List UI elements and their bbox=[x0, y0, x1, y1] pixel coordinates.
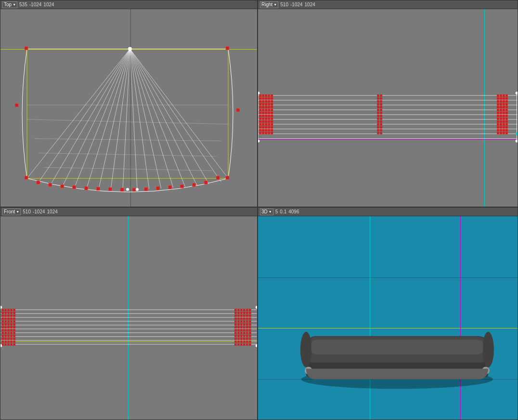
svg-rect-198 bbox=[380, 106, 382, 108]
svg-rect-307 bbox=[246, 312, 248, 314]
svg-rect-186 bbox=[500, 132, 502, 134]
svg-rect-301 bbox=[246, 309, 248, 311]
svg-rect-327 bbox=[234, 323, 237, 326]
svg-rect-347 bbox=[240, 332, 243, 334]
svg-rect-272 bbox=[13, 309, 15, 311]
svg-line-10 bbox=[111, 49, 130, 189]
view-dropdown-front[interactable]: Front bbox=[2, 209, 21, 215]
svg-rect-280 bbox=[13, 320, 15, 323]
svg-rect-332 bbox=[249, 323, 251, 326]
view-dropdown-3d[interactable]: 3D bbox=[260, 209, 273, 215]
viewport-top[interactable]: Top 535 -1024 1024 bbox=[0, 0, 258, 207]
svg-rect-235 bbox=[1, 312, 4, 314]
svg-rect-245 bbox=[4, 320, 7, 323]
svg-rect-125 bbox=[265, 129, 267, 131]
svg-rect-360 bbox=[243, 338, 246, 340]
svg-rect-331 bbox=[246, 323, 248, 326]
svg-rect-271 bbox=[10, 309, 13, 311]
svg-rect-195 bbox=[377, 103, 379, 105]
svg-rect-215 bbox=[377, 132, 379, 134]
view-label-front: Front bbox=[4, 209, 15, 214]
view-dropdown-right[interactable]: Right bbox=[260, 1, 278, 8]
svg-rect-233 bbox=[4, 309, 7, 311]
val2-3d: 0.1 bbox=[280, 209, 286, 214]
val2-top: -1024 bbox=[29, 2, 42, 7]
svg-rect-111 bbox=[268, 120, 270, 123]
svg-rect-362 bbox=[249, 338, 251, 340]
viewport-right[interactable]: Right 510 -1024 1024 bbox=[258, 0, 518, 207]
svg-rect-137 bbox=[497, 97, 499, 100]
svg-rect-86 bbox=[268, 106, 270, 108]
svg-rect-258 bbox=[7, 332, 10, 334]
svg-rect-193 bbox=[377, 100, 379, 103]
svg-rect-281 bbox=[10, 323, 13, 326]
wireframe-svg-top bbox=[0, 9, 257, 207]
svg-rect-145 bbox=[497, 103, 499, 105]
svg-rect-320 bbox=[249, 317, 251, 320]
svg-rect-357 bbox=[234, 338, 237, 340]
svg-rect-131 bbox=[268, 132, 270, 134]
svg-rect-208 bbox=[380, 120, 382, 123]
svg-rect-243 bbox=[7, 317, 10, 320]
svg-rect-31 bbox=[37, 181, 40, 184]
svg-rect-240 bbox=[7, 315, 10, 317]
svg-rect-96 bbox=[268, 112, 270, 114]
svg-rect-328 bbox=[237, 323, 240, 326]
svg-rect-98 bbox=[259, 115, 261, 117]
svg-rect-149 bbox=[497, 106, 499, 108]
svg-rect-162 bbox=[500, 115, 502, 117]
svg-rect-316 bbox=[237, 317, 240, 320]
svg-rect-85 bbox=[265, 106, 267, 108]
svg-rect-152 bbox=[505, 106, 508, 108]
svg-rect-32 bbox=[49, 183, 52, 186]
svg-point-376 bbox=[256, 306, 257, 309]
svg-rect-199 bbox=[377, 109, 379, 111]
svg-rect-160 bbox=[505, 112, 508, 114]
svg-rect-121 bbox=[268, 126, 270, 129]
svg-rect-350 bbox=[249, 332, 251, 334]
svg-rect-340 bbox=[237, 329, 240, 331]
svg-rect-168 bbox=[505, 118, 508, 120]
svg-rect-213 bbox=[377, 129, 379, 131]
val2-front: -1024 bbox=[33, 209, 45, 214]
svg-rect-150 bbox=[500, 106, 502, 108]
viewport-front[interactable]: Front 510 -1024 1024 bbox=[0, 207, 258, 420]
svg-rect-253 bbox=[1, 329, 4, 331]
svg-rect-110 bbox=[265, 120, 267, 123]
svg-rect-99 bbox=[262, 115, 264, 117]
viewport-3d[interactable]: 3D 5 0.1 4096 bbox=[258, 207, 518, 420]
svg-rect-257 bbox=[4, 332, 7, 334]
view-dropdown-top[interactable]: Top bbox=[2, 1, 17, 8]
svg-point-375 bbox=[0, 306, 2, 309]
svg-rect-185 bbox=[497, 132, 499, 134]
val1-top: 535 bbox=[19, 2, 27, 7]
svg-rect-77 bbox=[271, 100, 273, 103]
svg-rect-325 bbox=[246, 320, 248, 323]
svg-rect-90 bbox=[265, 109, 267, 111]
svg-rect-109 bbox=[262, 120, 264, 123]
svg-rect-254 bbox=[4, 329, 7, 331]
svg-rect-63 bbox=[259, 94, 261, 97]
svg-rect-46 bbox=[216, 176, 220, 179]
svg-rect-67 bbox=[271, 94, 273, 97]
svg-rect-334 bbox=[237, 326, 240, 328]
svg-line-11 bbox=[123, 49, 130, 190]
val3-right: 1024 bbox=[305, 2, 315, 7]
svg-rect-176 bbox=[505, 123, 508, 126]
svg-rect-138 bbox=[500, 97, 502, 100]
svg-rect-87 bbox=[271, 106, 273, 108]
svg-rect-155 bbox=[503, 109, 505, 111]
svg-rect-156 bbox=[505, 109, 508, 111]
svg-rect-29 bbox=[236, 108, 240, 112]
svg-rect-192 bbox=[380, 97, 382, 100]
svg-rect-191 bbox=[377, 97, 379, 100]
svg-rect-369 bbox=[234, 343, 237, 346]
svg-rect-158 bbox=[500, 112, 502, 114]
svg-rect-115 bbox=[265, 123, 267, 126]
svg-rect-269 bbox=[4, 343, 7, 346]
svg-line-5 bbox=[51, 49, 130, 184]
svg-rect-147 bbox=[503, 103, 505, 105]
svg-rect-174 bbox=[500, 123, 502, 126]
svg-rect-97 bbox=[271, 112, 273, 114]
view-label-top: Top bbox=[4, 2, 12, 7]
